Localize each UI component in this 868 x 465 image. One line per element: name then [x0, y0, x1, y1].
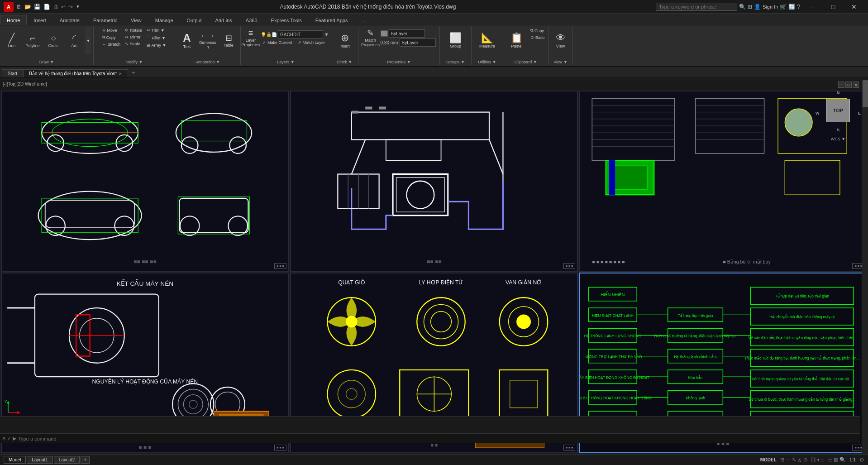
- svg-text:DÀN BAY HỒNG HOẠT KHÔNG HOẠT Đ: DÀN BAY HỒNG HOẠT KHÔNG HOẠT ĐỘNG: [580, 396, 652, 400]
- layer-dropdown-arrow[interactable]: ▼: [324, 32, 329, 37]
- group-properties: ✎ Match Properties ByLayer 0.30 mm: [358, 26, 440, 65]
- svg-text:HIỂN NHIÊN: HIỂN NHIÊN: [601, 291, 625, 297]
- base-button[interactable]: ⊙ Base: [529, 34, 547, 41]
- circle-button[interactable]: ○ Circle: [43, 27, 63, 54]
- text-button[interactable]: A Text: [177, 27, 197, 54]
- viewport-maximize[interactable]: □: [845, 81, 852, 88]
- qat-open[interactable]: 📂: [24, 4, 31, 10]
- mirror-button[interactable]: ⇔ Mirror: [123, 34, 144, 40]
- svg-text:Thực mắc, tốc độ tăng bộ, định: Thực mắc, tốc độ tăng bộ, định hướng yếu…: [744, 355, 860, 360]
- make-current-button[interactable]: ✓ Make Current: [261, 39, 294, 46]
- match-layer-button[interactable]: ↗ Match Layer: [296, 39, 327, 46]
- svg-point-89: [327, 369, 375, 417]
- dimension-button[interactable]: ←→ Dimension: [198, 27, 218, 54]
- move-icon: ✛: [102, 28, 106, 33]
- viewport-close[interactable]: ✕: [853, 81, 859, 88]
- tab-addins[interactable]: Add-ins: [209, 15, 239, 25]
- match-properties-button[interactable]: ✎ Match Properties: [362, 27, 379, 49]
- tab-output[interactable]: Output: [180, 15, 209, 25]
- add-layout-button[interactable]: +: [81, 456, 90, 464]
- doc-tab-close[interactable]: ✕: [119, 72, 122, 76]
- move-button[interactable]: ✛ Move: [100, 27, 123, 34]
- doc-tab-main[interactable]: Bản vẽ hệ thống điều hòa trên Toyota Vio…: [23, 69, 128, 77]
- lineweight-value: 0.30 mm: [381, 40, 399, 45]
- svg-point-69: [184, 394, 203, 414]
- tab-annotate[interactable]: Annotate: [53, 15, 86, 25]
- svg-rect-46: [610, 160, 615, 195]
- clipboard-content: 📋 Paste ⧉ Copy ⊙ Base: [505, 27, 547, 64]
- cmd-icons: ✕ ✓ ▶: [2, 436, 16, 441]
- maximize-button[interactable]: □: [823, 0, 844, 14]
- minimize-button[interactable]: ─: [802, 0, 823, 14]
- paste-button[interactable]: 📋 Paste: [505, 27, 528, 54]
- qat-saveas[interactable]: 📄: [43, 4, 50, 10]
- help-icon[interactable]: ?: [797, 4, 800, 10]
- qat-new[interactable]: 🗎: [16, 4, 22, 10]
- draw-more-btn[interactable]: ▼: [85, 27, 91, 54]
- sign-in-text[interactable]: Sign In: [763, 4, 778, 10]
- tab-a360[interactable]: A360: [239, 15, 264, 25]
- view-button[interactable]: 👁 View: [551, 27, 571, 54]
- vertical-scrollbar[interactable]: [862, 80, 868, 454]
- tab-more[interactable]: ...: [354, 15, 372, 25]
- statusbar: Model Layout1 Layout2 + MODEL ⊞ ↔ ✎ ∡ ⊙ …: [0, 454, 868, 465]
- layer-dropdown[interactable]: GACHDIT: [278, 30, 323, 38]
- svg-point-26: [406, 181, 434, 209]
- layout1-tab[interactable]: Layout1: [27, 456, 53, 464]
- settings-icon[interactable]: ⚙: [859, 457, 864, 463]
- array-button[interactable]: ⊞ Array ▼: [145, 42, 168, 48]
- panel-car-views[interactable]: ■■ ■■ ■■ ■ ■ ■: [1, 91, 289, 272]
- panel-hvac-diagram[interactable]: ■■ ■■ ■ ■ ■: [290, 91, 578, 272]
- viewport-minimize[interactable]: ─: [838, 81, 844, 88]
- rotate-button[interactable]: ↻ Rotate: [123, 27, 144, 34]
- layer-properties-button[interactable]: ≡ Layer Properties: [243, 27, 259, 49]
- tab-express-tools[interactable]: Express Tools: [264, 15, 309, 25]
- tab-featured-apps[interactable]: Featured Apps: [309, 15, 355, 25]
- svg-text:HỆ THỐNG LẠNH LƯNG KHÔNG: HỆ THỐNG LẠNH LƯNG KHÔNG: [584, 334, 641, 338]
- scale-button[interactable]: ⤡ Scale: [123, 41, 144, 47]
- tab-insert[interactable]: Insert: [27, 15, 53, 25]
- copy-clip-button[interactable]: ⧉ Copy: [529, 27, 547, 34]
- qat-dropdown[interactable]: ▼: [76, 4, 80, 9]
- fillet-button[interactable]: ⌒ Fillet ▼: [145, 34, 168, 42]
- lineweight-dropdown[interactable]: ByLayer: [400, 38, 436, 47]
- trim-button[interactable]: ✂ Trim ▼: [145, 27, 168, 34]
- add-tab-button[interactable]: +: [128, 68, 138, 77]
- tab-home[interactable]: Home: [0, 15, 27, 25]
- line-button[interactable]: ╱ Line: [2, 27, 22, 54]
- layout2-tab[interactable]: Layout2: [54, 456, 80, 464]
- tab-parametric[interactable]: Parametric: [86, 15, 124, 25]
- properties-group-label: Properties ▼: [358, 60, 439, 64]
- table-label: Table: [224, 43, 234, 48]
- panel-component-details[interactable]: ■ ■ ■ ■ ■ ■ ■ ■ ■ Bảng bố trí mặt bay ■ …: [579, 91, 867, 272]
- search-input[interactable]: [656, 3, 737, 11]
- command-input[interactable]: [18, 436, 858, 441]
- tab-view[interactable]: View: [124, 15, 148, 25]
- scrollbar-thumb[interactable]: [863, 80, 868, 107]
- make-current-icon: ✓: [262, 40, 266, 45]
- model-tab[interactable]: Model: [4, 456, 26, 464]
- tab-manage[interactable]: Manage: [148, 15, 180, 25]
- view-content: 👁 View: [551, 27, 571, 64]
- close-button[interactable]: ✕: [844, 0, 864, 14]
- table-button[interactable]: ⊟ Table: [219, 27, 238, 54]
- qat-undo[interactable]: ↩: [61, 4, 66, 10]
- qat-print[interactable]: 🖨: [53, 4, 58, 10]
- qat-redo[interactable]: ↪: [68, 4, 73, 10]
- group-button[interactable]: ⬜ Group: [446, 27, 466, 54]
- svg-text:QUẠT GIÓ: QUẠT GIÓ: [338, 279, 365, 286]
- measure-button[interactable]: 📐 Measure: [477, 27, 497, 54]
- color-dropdown[interactable]: ByLayer: [389, 29, 425, 38]
- doc-tab-start[interactable]: Start: [2, 69, 23, 77]
- insert-button[interactable]: ⊕ Insert: [335, 27, 355, 54]
- layers-group-label: Layers ▼: [241, 60, 331, 64]
- arc-button[interactable]: ◜ Arc: [64, 27, 84, 54]
- stretch-button[interactable]: ↔ Stretch: [100, 41, 123, 48]
- qat-save[interactable]: 💾: [34, 4, 41, 10]
- polyline-button[interactable]: ⌐ Polyline: [23, 27, 43, 54]
- stamp-4: ■ ■ ■: [274, 445, 286, 451]
- svg-rect-9: [181, 120, 247, 141]
- arc-label: Arc: [71, 43, 77, 48]
- copy-button[interactable]: ⧉ Copy: [100, 34, 123, 41]
- group-modify: ✛ Move ⧉ Copy ↔ Stretch ↻ Rotate ⇔ Mirro…: [94, 26, 175, 65]
